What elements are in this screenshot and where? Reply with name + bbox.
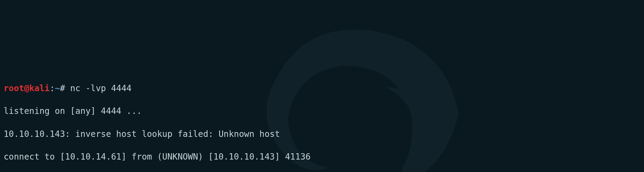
output-listening: listening on [any] 4444 ... xyxy=(4,105,640,117)
output-connect: connect to [10.10.14.61] from (UNKNOWN) … xyxy=(4,151,640,163)
prompt-at: @ xyxy=(24,83,29,93)
prompt-hash: # xyxy=(60,83,65,93)
prompt-colon: : xyxy=(50,83,55,93)
prompt-host: kali xyxy=(29,83,49,93)
command-1: nc -lvp 4444 xyxy=(65,83,131,93)
prompt-line-1: root@kali:~# nc -lvp 4444 xyxy=(4,83,640,94)
terminal-output[interactable]: root@kali:~# nc -lvp 4444 listening on [… xyxy=(4,71,640,172)
prompt-user: root xyxy=(4,83,24,93)
prompt-path: ~ xyxy=(55,83,60,93)
output-inverse-lookup: 10.10.10.143: inverse host lookup failed… xyxy=(4,128,640,140)
